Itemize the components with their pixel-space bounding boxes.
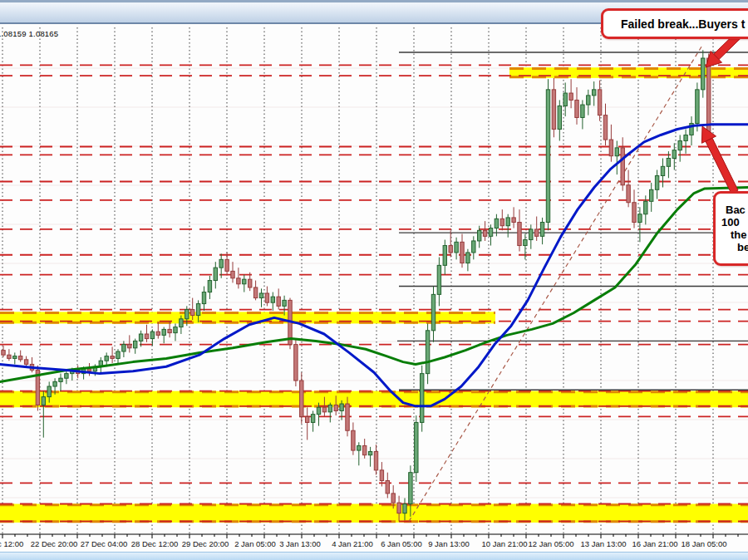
candle-body <box>455 242 458 253</box>
x-axis-label: 6 Jan 05:00 <box>381 539 422 548</box>
candle-body <box>466 253 470 263</box>
candle-body <box>707 58 711 131</box>
candle-body <box>696 90 699 124</box>
candle-body <box>478 230 481 241</box>
candle-body <box>575 100 578 117</box>
candle-body <box>111 356 114 359</box>
candle-body <box>259 293 263 298</box>
callout-failed-break: Failed break...Buyers t <box>601 8 748 39</box>
candle-body <box>253 287 257 298</box>
x-axis-label: 4 Jan 21:00 <box>332 539 373 548</box>
x-axis-label: 9 Jan 13:00 <box>428 539 470 548</box>
candle-body <box>598 90 601 115</box>
candle-body <box>512 218 515 223</box>
candle-body <box>535 229 539 236</box>
candles-layer <box>2 50 711 521</box>
candle-body <box>311 415 314 423</box>
candle-body <box>139 334 142 341</box>
candle-body <box>65 374 68 379</box>
candle-body <box>202 292 205 304</box>
price-chart[interactable]: ec 12:0022 Dec 20:0027 Dec 04:0028 Dec 1… <box>0 0 748 560</box>
x-axis-label: 18 Jan 05:00 <box>682 539 727 548</box>
candle-body <box>587 96 590 105</box>
candle-body <box>678 140 682 150</box>
candle-body <box>374 451 377 469</box>
candle-body <box>638 214 642 223</box>
candle-body <box>529 229 533 240</box>
candle-body <box>7 355 11 358</box>
candle-body <box>357 445 361 450</box>
candle-body <box>540 223 544 237</box>
candle-body <box>518 223 521 246</box>
mt4-chart-window: ec 12:0022 Dec 20:0027 Dec 04:0028 Dec 1… <box>0 0 748 560</box>
candle-body <box>59 378 62 381</box>
candle-body <box>581 105 584 117</box>
candle-body <box>506 218 509 226</box>
candle-body <box>105 356 108 361</box>
candle-body <box>672 150 676 159</box>
candle-body <box>603 115 607 140</box>
candle-body <box>569 93 573 100</box>
candle-body <box>558 106 561 129</box>
candle-body <box>42 397 45 405</box>
candle-body <box>368 451 372 454</box>
status-bar <box>0 552 748 560</box>
candle-body <box>317 407 320 414</box>
candle-body <box>2 351 5 356</box>
candle-body <box>265 293 268 302</box>
candle-body <box>283 300 286 306</box>
candle-body <box>162 329 165 335</box>
callout-back-above-line: the <box>716 228 748 241</box>
candle-body <box>627 185 630 203</box>
candle-body <box>397 503 401 513</box>
candle-body <box>19 356 22 360</box>
candle-body <box>249 279 252 287</box>
candle-body <box>87 369 91 371</box>
x-axis-label: 3 Jan 13:00 <box>279 539 321 548</box>
candle-body <box>13 356 17 359</box>
candle-body <box>214 268 217 280</box>
candle-body <box>271 297 274 302</box>
candle-body <box>489 228 492 237</box>
candle-body <box>449 246 452 253</box>
candle-body <box>231 271 234 278</box>
candle-body <box>495 219 498 228</box>
candle-body <box>684 135 687 140</box>
candle-body <box>391 494 395 503</box>
candle-body <box>352 430 355 450</box>
callout-back-above-line: Bac <box>716 204 748 216</box>
candle-body <box>437 265 440 294</box>
candle-body <box>386 480 389 493</box>
candle-body <box>168 329 171 332</box>
candle-body <box>609 140 613 156</box>
candle-body <box>593 90 596 96</box>
candle-body <box>145 334 148 339</box>
candle-body <box>546 90 549 223</box>
x-axis-label: 2 Jan 05:00 <box>234 539 276 548</box>
candle-body <box>363 445 367 454</box>
candle-body <box>47 386 51 397</box>
x-axis-label: 10 Jan 21:00 <box>482 539 528 548</box>
candle-body <box>174 327 177 333</box>
x-axis-label: 28 Dec 12:00 <box>131 539 179 548</box>
time-axis: ec 12:0022 Dec 20:0027 Dec 04:0028 Dec 1… <box>0 534 748 548</box>
candle-body <box>122 345 125 351</box>
candle-body <box>500 219 504 225</box>
candle-body <box>380 470 383 481</box>
candle-body <box>615 148 618 156</box>
candle-body <box>277 297 280 306</box>
candle-body <box>294 345 298 381</box>
candle-body <box>655 176 658 190</box>
candle-body <box>415 422 418 472</box>
callout-back-above-line: be <box>716 241 748 253</box>
x-axis-label: 22 Dec 20:00 <box>31 539 78 548</box>
x-axis-label: ec 12:00 <box>0 539 23 548</box>
candle-body <box>156 332 160 335</box>
candle-body <box>632 203 636 223</box>
candle-body <box>443 246 446 266</box>
candle-body <box>431 294 435 330</box>
candle-body <box>225 259 229 271</box>
candle-body <box>701 58 705 90</box>
candle-body <box>409 473 412 504</box>
callout-failed-break-text: Failed break...Buyers t <box>621 17 745 31</box>
